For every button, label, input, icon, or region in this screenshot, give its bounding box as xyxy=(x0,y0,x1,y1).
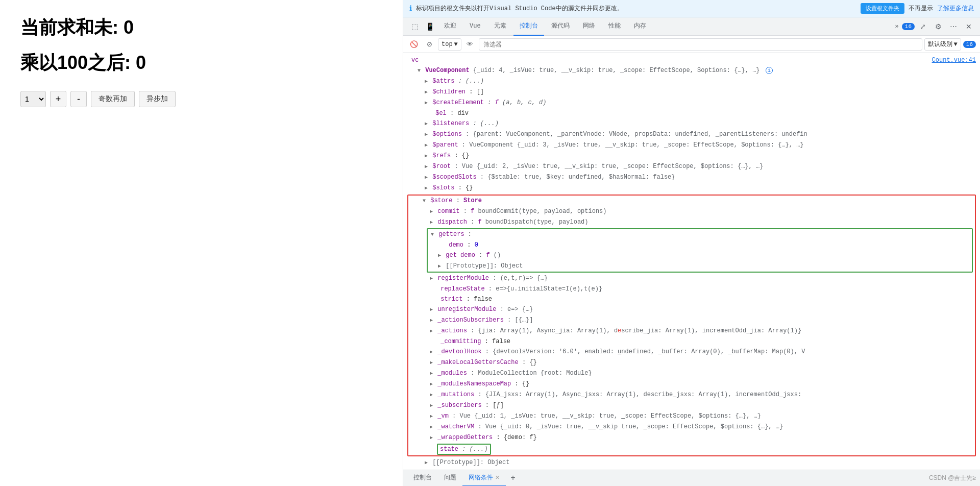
proto-getters-line: [[Prototype]]: Object xyxy=(428,261,972,272)
level-selector[interactable]: 默认级别 ▼ xyxy=(924,38,961,51)
expand-options-icon[interactable] xyxy=(425,132,428,137)
expand-mns-icon[interactable] xyxy=(430,381,433,387)
expand-ce-icon[interactable] xyxy=(425,100,428,106)
devtools-panel: ℹ 标识项目的根文件夹以打开Visual Studio Code中的源文件并同步… xyxy=(403,0,980,486)
context-selector[interactable]: top ▼ xyxy=(438,38,461,51)
add-tab-btn[interactable]: + xyxy=(506,471,520,485)
state-line: state : (...) xyxy=(408,443,975,455)
expand-proto-icon[interactable] xyxy=(438,263,441,269)
inspect-icon-btn[interactable]: ⬚ xyxy=(407,19,422,34)
watermark: CSDN @吉士先≥ xyxy=(929,474,976,482)
settings-icon-btn[interactable]: ⚙ xyxy=(931,19,945,34)
vm-line: _vm : Vue {_uid: 1, _isVue: true, __v_sk… xyxy=(408,411,975,422)
store-line[interactable]: $store : Store xyxy=(408,196,975,206)
expand-store-icon[interactable] xyxy=(423,198,426,204)
tab-elements[interactable]: 元素 xyxy=(488,17,512,36)
expand-vm-icon[interactable] xyxy=(430,414,433,419)
refs-line: $refs : {} xyxy=(403,151,980,161)
more-options-btn[interactable]: ⋯ xyxy=(946,19,961,34)
bottom-tab-console[interactable]: 控制台 xyxy=(407,470,438,487)
tab-sources[interactable]: 源代码 xyxy=(545,17,576,36)
expand-dth-icon[interactable] xyxy=(430,349,433,355)
setup-root-button[interactable]: 设置根文件夹 xyxy=(861,3,904,14)
odd-add-button[interactable]: 奇数再加 xyxy=(91,91,135,107)
slots-line: $slots : {} xyxy=(403,183,980,193)
top-label: top xyxy=(442,41,453,48)
expand-mutations-icon[interactable] xyxy=(430,392,433,398)
expand-wvm-icon[interactable] xyxy=(430,424,433,430)
unregister-module-line: unregisterModule : e=> {…} xyxy=(408,304,975,315)
plus-button[interactable]: + xyxy=(50,91,66,107)
close-devtools-btn[interactable]: ✕ xyxy=(962,19,976,34)
getters-highlight-box: getters : demo : 0 get demo : f () [[Pro… xyxy=(427,228,973,273)
clear-console-btn[interactable]: 🚫 xyxy=(407,38,421,51)
more-tabs-icon[interactable]: » xyxy=(895,23,899,30)
controls: 1 + - 奇数再加 异步加 xyxy=(20,91,382,107)
device-icon-btn[interactable]: 📱 xyxy=(423,19,437,34)
expand-um-icon[interactable] xyxy=(430,307,433,312)
expand-slots-icon[interactable] xyxy=(425,185,428,191)
expand-children-icon[interactable] xyxy=(425,89,428,95)
root-line: $root : Vue {_uid: 2, _isVue: true, __v_… xyxy=(403,161,980,172)
notification-bar: ℹ 标识项目的根文件夹以打开Visual Studio Code中的源文件并同步… xyxy=(403,0,980,17)
expand-commit-icon[interactable] xyxy=(430,209,433,214)
expand-listeners-icon[interactable] xyxy=(425,121,428,127)
mutations-line: _mutations : {JIA_jsxs: Array(1), Async_… xyxy=(408,390,975,400)
expand-actions-icon[interactable] xyxy=(430,328,433,334)
filter-input[interactable] xyxy=(479,38,922,51)
expand-modules-icon[interactable] xyxy=(430,371,433,376)
bottom-tab-network-conditions[interactable]: 网络条件 ✕ xyxy=(462,470,506,487)
expand-dispatch-icon[interactable] xyxy=(430,220,433,225)
getters-line[interactable]: getters : xyxy=(428,229,972,240)
listeners-line: $listeners : (...) xyxy=(403,118,980,129)
stop-btn[interactable]: ⊘ xyxy=(423,38,436,51)
expand-getdemo-icon[interactable] xyxy=(438,253,441,258)
action-sub-line: _actionSubscribers : [{…}] xyxy=(408,315,975,326)
expand-refs-icon[interactable] xyxy=(425,153,428,159)
expand-parent-icon[interactable] xyxy=(425,142,428,148)
expand-icon[interactable] xyxy=(418,68,421,74)
expand-root-icon[interactable] xyxy=(425,164,428,169)
expand-as-icon[interactable] xyxy=(430,318,433,323)
expand-subscribers-icon[interactable] xyxy=(430,403,433,408)
make-local-getters-line: _makeLocalGettersCache : {} xyxy=(408,357,975,368)
expand-rm-icon[interactable] xyxy=(430,276,433,281)
expand-ss-icon[interactable] xyxy=(425,175,428,180)
tab-vue[interactable]: Vue xyxy=(463,17,487,36)
modules-ns-map-line: _modulesNamespaceMap : {} xyxy=(408,379,975,390)
learn-more-link[interactable]: 了解更多信息 xyxy=(937,4,974,13)
tab-memory[interactable]: 内存 xyxy=(628,17,652,36)
parent-line: $parent : VueComponent {_uid: 3, _isVue:… xyxy=(403,140,980,151)
tab-welcome[interactable]: 欢迎 xyxy=(438,17,462,36)
expand-mlgc-icon[interactable] xyxy=(430,360,433,366)
sum-label: 当前求和未: 0 xyxy=(20,15,382,40)
modules-line: _modules : ModuleCollection {root: Modul… xyxy=(408,368,975,379)
minus-button[interactable]: - xyxy=(70,91,87,107)
dropdown-arrow-icon: ▼ xyxy=(454,41,458,48)
expand-getters-icon[interactable] xyxy=(431,232,434,237)
expand-wg-icon[interactable] xyxy=(430,435,433,441)
children-line: $children : [] xyxy=(403,87,980,98)
file-link[interactable]: Count.vue:41 xyxy=(932,56,976,65)
scoped-slots-line: $scopedSlots : {$stable: true, $key: und… xyxy=(403,172,980,183)
dispatch-line: dispatch : f boundDispatch(type, payload… xyxy=(408,217,975,228)
notification-text: 标识项目的根文件夹以打开Visual Studio Code中的源文件并同步更改… xyxy=(416,4,856,13)
expand-proto2-icon[interactable] xyxy=(425,460,428,466)
tab-performance[interactable]: 性能 xyxy=(602,17,627,36)
number-select[interactable]: 1 xyxy=(20,91,46,107)
expand-attrs-icon[interactable] xyxy=(425,79,428,84)
close-network-tab-btn[interactable]: ✕ xyxy=(495,474,500,481)
replace-state-line: replaceState : e=>{u.initialState=I(e),t… xyxy=(408,284,975,294)
share-icon-btn[interactable]: ⤢ xyxy=(916,19,930,34)
async-add-button[interactable]: 异步加 xyxy=(139,91,176,107)
vue-component-line[interactable]: VueComponent {_uid: 4, _isVue: true, __v… xyxy=(403,65,980,76)
proto-after-store-line: [[Prototype]]: Object xyxy=(403,457,980,468)
tab-network[interactable]: 网络 xyxy=(577,17,601,36)
eye-icon-btn[interactable]: 👁 xyxy=(463,38,477,51)
bottom-tab-problems[interactable]: 问题 xyxy=(438,470,462,487)
dismiss-button[interactable]: 不再显示 xyxy=(909,4,933,13)
vc-line: vc Count.vue:41 xyxy=(403,55,980,65)
options-line: $options : {parent: VueComponent, _paren… xyxy=(403,129,980,140)
devtools-tabs-bar: ⬚ 📱 欢迎 Vue 元素 控制台 源代码 网络 性能 内存 » 16 ⤢ ⚙ … xyxy=(403,17,980,36)
tab-console[interactable]: 控制台 xyxy=(513,17,544,36)
